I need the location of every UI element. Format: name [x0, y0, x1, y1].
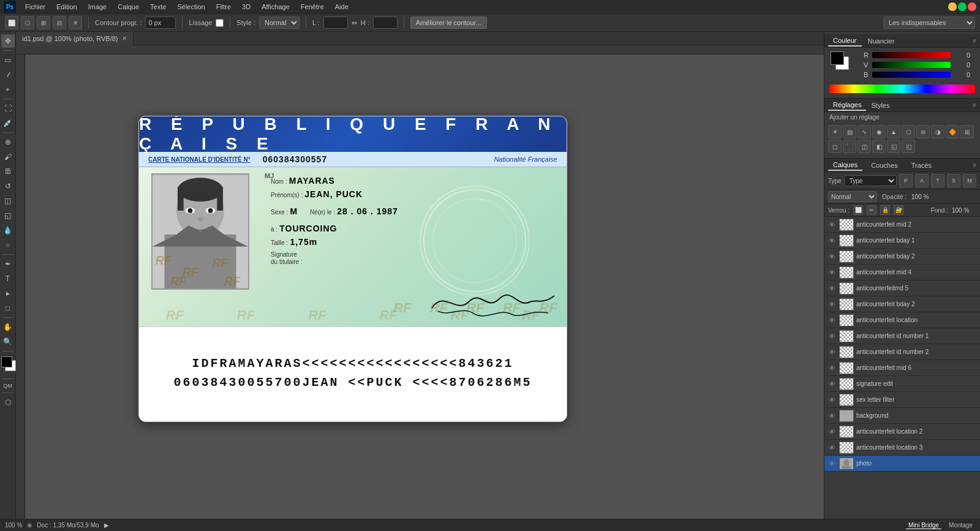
montage-tab[interactable]: Montage [946, 522, 975, 529]
tab-close-button[interactable]: ✕ [122, 35, 127, 42]
marquee-tool[interactable]: ▭ [1, 53, 15, 67]
layer-item[interactable]: 👁anticounterfeit mid 2 [824, 217, 980, 233]
layer-visibility-icon[interactable]: 👁 [827, 269, 837, 276]
menu-edition[interactable]: Edition [52, 2, 81, 12]
layer-item[interactable]: 👁anticounterfeit location 2 [824, 424, 980, 440]
layer-visibility-icon[interactable]: 👁 [827, 301, 837, 308]
improve-contour-button[interactable]: Améliorer le contour... [410, 17, 487, 29]
maximize-button[interactable] [958, 2, 967, 11]
layer-item[interactable]: 👁anticounterfeitmd 5 [824, 281, 980, 296]
eyedropper-tool[interactable]: 💉 [1, 116, 15, 130]
blur-tool[interactable]: 💧 [1, 224, 15, 237]
stamp-tool[interactable]: 🖹 [1, 165, 15, 178]
curves-btn[interactable]: ∿ [858, 125, 871, 138]
close-button[interactable] [968, 2, 976, 11]
menu-3d[interactable]: 3D [238, 2, 255, 12]
minimize-button[interactable] [948, 2, 957, 11]
menu-filtre[interactable]: Filtre [212, 2, 235, 12]
move-tool[interactable]: ✥ [1, 34, 15, 48]
layer-item[interactable]: 👁anticounterfeit bday 2 [824, 296, 980, 312]
select-option-2[interactable]: ⊟ [53, 16, 66, 29]
layer-item[interactable]: 👁background [824, 408, 980, 424]
menu-image[interactable]: Image [84, 2, 111, 12]
tab-couches[interactable]: Couches [866, 160, 902, 170]
photo-filter-btn[interactable]: 🔶 [946, 125, 959, 138]
menu-fenetre[interactable]: Fenêtre [296, 2, 328, 12]
rect-select-tool[interactable]: ⬜ [5, 16, 18, 29]
levels-btn[interactable]: ▤ [843, 125, 856, 138]
channel-mixer-btn[interactable]: ⊞ [960, 125, 974, 138]
layer-visibility-icon[interactable]: 👁 [827, 412, 837, 420]
posterize-btn[interactable]: ◫ [858, 140, 871, 153]
filter-adjust-btn[interactable]: A [915, 174, 929, 187]
selective-color-btn[interactable]: ◰ [902, 140, 915, 153]
layer-item[interactable]: 👁anticounterfeit id number 1 [824, 328, 980, 344]
invert-btn[interactable]: ⬛ [843, 140, 856, 153]
layer-item[interactable]: 👁anticounterfeit id number 2 [824, 344, 980, 360]
filter-pixel-btn[interactable]: P [899, 174, 913, 187]
screen-mode-tool[interactable]: ⬡ [1, 396, 15, 409]
menu-texte[interactable]: Texte [146, 2, 170, 12]
layer-visibility-icon[interactable]: 👁 [827, 285, 837, 292]
threshold-btn[interactable]: ◧ [872, 140, 886, 153]
color-balance-btn[interactable]: ⊜ [916, 125, 930, 138]
dodge-tool[interactable]: ○ [1, 238, 15, 252]
lock-pixel-btn[interactable]: ⬜ [853, 205, 863, 215]
layer-visibility-icon[interactable]: 👁 [827, 428, 837, 435]
bw-btn[interactable]: ◑ [931, 125, 944, 138]
hue-saturation-btn[interactable]: ⬡ [902, 125, 915, 138]
menu-fichier[interactable]: Fichier [21, 2, 50, 12]
h-input[interactable] [373, 17, 398, 29]
layer-item[interactable]: 👁anticounterfeit mid 6 [824, 360, 980, 376]
select-option-1[interactable]: ⊞ [37, 16, 50, 29]
history-brush-tool[interactable]: ↺ [1, 179, 15, 193]
canvas-area[interactable]: R É P U B L I Q U E F R A N Ç A I S E CA… [16, 55, 824, 519]
layers-list[interactable]: 👁anticounterfeit mid 2👁anticounterfeit b… [824, 217, 980, 474]
menu-calque[interactable]: Calque [113, 2, 143, 12]
lasso-tool[interactable]: 𝓁 [1, 68, 15, 81]
menu-selection[interactable]: Sélection [173, 2, 209, 12]
quick-mask-tool[interactable]: QM [1, 382, 15, 390]
color-spectrum-bar[interactable] [829, 85, 975, 93]
eraser-tool[interactable]: ◫ [1, 194, 15, 208]
b-slider[interactable] [872, 72, 951, 78]
expand-arrow[interactable]: ▶ [104, 522, 109, 529]
filter-text-btn[interactable]: T [931, 174, 944, 187]
shape-tool[interactable]: □ [1, 301, 15, 315]
tab-nuancier[interactable]: Nuancier [863, 36, 900, 46]
calques-expand[interactable]: ≡ [973, 162, 976, 168]
magic-wand-tool[interactable]: ⌖ [1, 83, 15, 96]
exposure-btn[interactable]: ◉ [872, 125, 886, 138]
type-select[interactable]: Type [844, 175, 897, 186]
path-select-tool[interactable]: ▸ [1, 287, 15, 300]
mini-bridge-tab[interactable]: Mini Bridge [906, 522, 941, 529]
tab-calques[interactable]: Calques [828, 160, 862, 171]
filter-smart-btn[interactable]: M [963, 174, 976, 187]
lock-move-btn[interactable]: 🔒 [880, 205, 890, 215]
layer-item[interactable]: 👁anticounterfeit bday 1 [824, 233, 980, 249]
layer-visibility-icon[interactable]: 👁 [827, 348, 837, 356]
layer-visibility-icon[interactable]: 👁 [827, 444, 837, 451]
workspace-select[interactable]: Les indispensables [883, 17, 975, 29]
brightness-btn[interactable]: ☀ [828, 125, 842, 138]
layer-visibility-icon[interactable]: 👁 [827, 460, 837, 467]
vibrance-btn[interactable]: ▲ [887, 125, 900, 138]
filter-shape-btn[interactable]: S [947, 174, 960, 187]
text-tool[interactable]: T [1, 272, 15, 285]
layer-item[interactable]: 👁anticounterfeit bday 2 [824, 249, 980, 265]
zoom-tool[interactable]: 🔍 [1, 335, 15, 348]
lock-position-btn[interactable]: ✏ [867, 205, 876, 215]
pen-tool[interactable]: ✒ [1, 257, 15, 271]
lissage-checkbox[interactable] [216, 19, 224, 27]
layer-visibility-icon[interactable]: 👁 [827, 317, 837, 324]
layer-item[interactable]: 👁signature edit [824, 376, 980, 392]
layer-visibility-icon[interactable]: 👁 [827, 221, 837, 228]
layer-visibility-icon[interactable]: 👁 [827, 364, 837, 372]
crop-tool[interactable]: ⛶ [1, 102, 15, 115]
layer-visibility-icon[interactable]: 👁 [827, 237, 837, 244]
layer-item[interactable]: 👁sex letter filter [824, 392, 980, 408]
healing-brush-tool[interactable]: ⊕ [1, 135, 15, 149]
lock-all-btn[interactable]: 🔐 [894, 205, 903, 215]
color-panel-expand[interactable]: ≡ [973, 37, 976, 44]
hand-tool[interactable]: ✋ [1, 320, 15, 334]
